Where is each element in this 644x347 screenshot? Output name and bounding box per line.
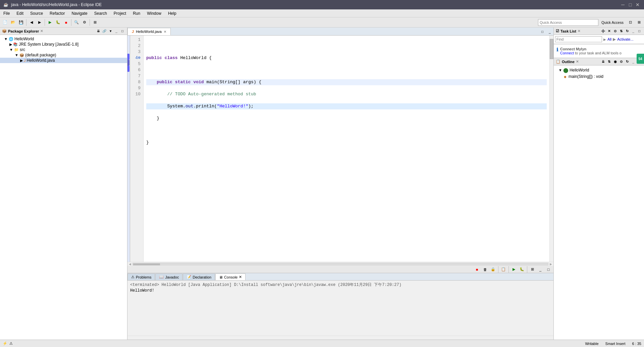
console-stop-icon[interactable]: ■ [473,266,481,273]
collapse-all-icon[interactable]: ⇊ [96,29,101,34]
console-layout[interactable]: ⊞ [529,266,536,273]
mylyn-connect-link[interactable]: Connect [560,51,574,55]
toolbar-stop[interactable]: ■ [62,19,70,26]
menu-run[interactable]: Run [129,9,144,17]
outline-hide-icon[interactable]: ◉ [612,59,618,64]
task-delete-icon[interactable]: ✕ [606,29,612,34]
outline-panel: 📋 Outline ✕ ⇊ ⇅ ◉ ⊙ ↻ _ □ ▼ [554,58,644,340]
minimize-panel-icon[interactable]: _ [114,29,119,34]
code-editor[interactable]: 1 2 3 4⊕ 5 6 7 8 9 10 public class Hello… [127,36,553,262]
task-filter-icon[interactable]: ⊙ [612,29,618,34]
console-debug-icon[interactable]: 🐛 [518,266,526,273]
code-content[interactable]: public class HelloWorld { public static … [144,36,549,262]
console-min[interactable]: _ [537,266,544,273]
minimize-button[interactable]: ─ [620,2,626,8]
editor-scrollbar[interactable] [549,36,553,262]
outline-collapse-icon[interactable]: ⇊ [600,59,606,64]
menu-help[interactable]: Help [165,9,180,17]
code-line-6: System.out.println("HelloWord!"); [146,103,547,109]
editor-max-icon[interactable]: □ [539,28,546,35]
toolbar-debug[interactable]: 🐛 [54,19,62,26]
toolbar-search[interactable]: 🔍 [73,19,80,26]
tree-item-helloworld[interactable]: ▼ 🌐 HelloWorld [0,36,127,42]
tab-problems[interactable]: ⚠ Problems [127,274,155,280]
outline-min-icon[interactable]: _ [631,59,636,64]
toolbar-next[interactable]: ▶ [36,19,43,26]
outline-item-helloworld[interactable]: ▼ ⬤ HelloWorld [554,67,644,73]
tab-console[interactable]: 🖥 Console ✕ [215,274,246,280]
task-list-close-icon[interactable]: ✕ [578,29,580,33]
toolbar-icon-extra2[interactable]: ⊞ [635,19,643,26]
toolbar-open[interactable]: 📂 [9,19,17,26]
console-scroll-lock[interactable]: 🔒 [489,266,497,273]
tree-item-helloworld-java[interactable]: ▶ J HelloWorld.java [0,58,127,63]
scroll-left-icon[interactable]: ◀ [129,262,131,266]
close-button[interactable]: ✕ [635,2,641,8]
connect-mylyn-section: ℹ Connect Mylyn Connect to your task and… [554,44,644,58]
console-run-icon[interactable]: ▶ [510,266,518,273]
console-tab-close[interactable]: ✕ [239,275,242,279]
toolbar-sep-4 [90,19,90,26]
line-num-3: 3 [133,49,141,55]
outline-sort-icon[interactable]: ⇅ [606,59,612,64]
toolbar-new[interactable]: 📄 [1,19,9,26]
task-max-icon[interactable]: □ [637,29,642,34]
toolbar-save[interactable]: 💾 [17,19,25,26]
outline-toolbar: ⇊ ⇅ ◉ ⊙ ↻ _ □ [600,59,642,64]
console-hscrollbar[interactable] [127,336,553,340]
line-num-7: 7 [133,73,141,79]
maximize-button[interactable]: □ [627,2,633,8]
task-find-input[interactable] [555,36,602,42]
task-sync-icon[interactable]: ↻ [625,29,630,34]
hscroll-track[interactable] [132,263,548,265]
outline-close-icon[interactable]: ✕ [576,60,579,63]
menu-window[interactable]: Window [144,9,165,17]
task-all-link[interactable]: All [607,37,611,41]
menu-source[interactable]: Source [27,9,46,17]
console-terminated-line: <terminated> HelloWorld [Java Applicatio… [130,282,551,288]
tab-javadoc[interactable]: 📖 Javadoc [155,274,182,280]
editor-min-icon[interactable]: _ [546,28,553,35]
outline-sync-icon[interactable]: ↻ [625,59,630,64]
menu-refactor[interactable]: Refactor [46,9,68,17]
tab-declaration[interactable]: 📝 Declaration [183,274,215,280]
console-clear-icon[interactable]: 🗑 [481,266,489,273]
quick-access-open[interactable]: Quick Access [600,19,625,26]
tree-item-src[interactable]: ▼ 📁 src [0,47,127,52]
task-new-icon[interactable]: ➕ [600,29,606,34]
console-open-console[interactable]: 📋 [500,266,507,273]
package-explorer-close-icon[interactable]: ✕ [40,29,43,33]
quick-access-input[interactable] [538,19,598,26]
maximize-panel-icon[interactable]: □ [120,29,125,34]
link-editor-icon[interactable]: 🔗 [102,29,107,34]
toolbar-icon-extra1[interactable]: ⊡ [627,19,634,26]
editor-tab-close[interactable]: ✕ [164,30,166,34]
toolbar-run[interactable]: ▶ [46,19,54,26]
menu-project[interactable]: Project [110,9,129,17]
line-num-2: 2 [133,43,141,49]
editor-scroll-thumb[interactable] [550,39,553,59]
scroll-right-icon[interactable]: ▶ [550,262,552,266]
menu-navigate[interactable]: Navigate [68,9,91,17]
editor-hscrollbar[interactable]: ◀ ▶ [127,262,553,266]
view-menu-icon[interactable]: ▾ [108,29,113,34]
hscroll-thumb[interactable] [133,263,160,265]
task-list-icon: ☑ [556,29,559,33]
tree-item-default-pkg[interactable]: ▼ 📦 (default package) [0,52,127,58]
project-icon: 🌐 [9,37,13,41]
task-min-icon[interactable]: _ [631,29,636,34]
editor-tab-helloworld[interactable]: J HelloWorld.java ✕ [127,28,171,35]
outline-filter-icon[interactable]: ⊙ [619,59,624,64]
toolbar-perspective[interactable]: ⊞ [91,19,99,26]
task-activate-link[interactable]: Activate... [617,37,633,41]
task-sort-icon[interactable]: ⇅ [619,29,624,34]
toolbar-prev[interactable]: ◀ [28,19,35,26]
menu-edit[interactable]: Edit [13,9,27,17]
console-max[interactable]: □ [545,266,552,273]
outline-item-main[interactable]: ◆ main(String[]) : void [554,73,644,80]
toolbar-settings[interactable]: ⚙ [81,19,88,26]
tree-item-jre[interactable]: ▶ 📚 JRE System Library [JavaSE-1.8] [0,42,127,47]
task-count-badge[interactable]: 54 [637,54,644,64]
menu-file[interactable]: File [0,9,13,17]
menu-search[interactable]: Search [91,9,110,17]
